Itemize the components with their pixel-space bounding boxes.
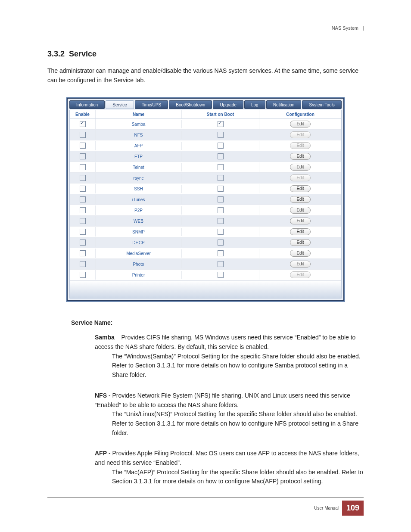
enable-checkbox[interactable] [80, 272, 86, 278]
tab-time-ups[interactable]: Time/UPS [135, 100, 168, 109]
start-on-boot-checkbox[interactable] [218, 250, 224, 256]
enable-checkbox[interactable] [80, 196, 86, 202]
service-desc-name: AFP [95, 450, 107, 457]
enable-checkbox[interactable] [80, 207, 86, 213]
header-product: NAS System [332, 26, 364, 31]
start-on-boot-checkbox[interactable] [218, 153, 224, 159]
service-name-link[interactable]: Telnet [133, 165, 144, 170]
enable-checkbox[interactable] [80, 240, 86, 246]
service-desc-body: The “Mac(AFP)” Protocol Setting for the … [95, 468, 364, 486]
edit-button: Edit [290, 174, 310, 181]
table-header: Enable Name Start on Boot Configuration [70, 110, 341, 119]
service-name-link[interactable]: NFS [134, 133, 143, 137]
enable-checkbox[interactable] [80, 121, 86, 127]
service-name-link[interactable]: MediaServer [126, 251, 151, 256]
edit-button[interactable]: Edit [290, 261, 310, 268]
edit-button: Edit [290, 131, 310, 138]
table-row: iTunesEdit [70, 194, 341, 205]
start-on-boot-checkbox[interactable] [218, 229, 224, 235]
start-on-boot-checkbox[interactable] [218, 164, 224, 170]
edit-button[interactable]: Edit [290, 153, 310, 160]
table-row: DHCPEdit [70, 237, 341, 248]
start-on-boot-checkbox[interactable] [218, 186, 224, 192]
edit-button[interactable]: Edit [290, 239, 310, 246]
footer-rule [47, 498, 364, 498]
service-name-link[interactable]: iTunes [132, 197, 145, 202]
edit-button[interactable]: Edit [290, 218, 310, 224]
edit-button[interactable]: Edit [290, 228, 310, 235]
service-name-link[interactable]: Photo [133, 262, 144, 267]
page-number: 109 [342, 501, 364, 516]
enable-checkbox[interactable] [80, 218, 86, 224]
enable-checkbox[interactable] [80, 261, 86, 267]
service-panel: InformationServiceTime/UPSBoot/ShutdownU… [66, 97, 345, 302]
col-start: Start on Boot [182, 110, 259, 118]
start-on-boot-checkbox[interactable] [218, 240, 224, 246]
col-enable: Enable [70, 110, 96, 118]
tab-upgrade[interactable]: Upgrade [213, 100, 243, 109]
section-title: Service [69, 50, 97, 58]
start-on-boot-checkbox[interactable] [218, 143, 224, 149]
service-name-link[interactable]: DHCP [132, 240, 144, 245]
service-desc-body: The “Unix/Linux(NFS)” Protocol Setting f… [95, 410, 364, 438]
service-name-label: Service Name: [71, 319, 364, 326]
start-on-boot-checkbox[interactable] [218, 196, 224, 202]
tab-boot-shutdown[interactable]: Boot/Shutdown [169, 100, 212, 109]
service-name-link[interactable]: P2P [134, 208, 143, 213]
edit-button[interactable]: Edit [290, 164, 310, 171]
table-row: PhotoEdit [70, 259, 341, 270]
table-row: SSHEdit [70, 184, 341, 194]
table-row: TelnetEdit [70, 162, 341, 173]
table-row: WEBEdit [70, 216, 341, 227]
tab-notification[interactable]: Notification [266, 100, 302, 109]
service-name-link[interactable]: AFP [134, 143, 143, 148]
enable-checkbox[interactable] [80, 143, 86, 149]
enable-checkbox[interactable] [80, 186, 86, 192]
start-on-boot-checkbox[interactable] [218, 121, 224, 127]
table-row: rsyncEdit [70, 173, 341, 184]
start-on-boot-checkbox[interactable] [218, 207, 224, 213]
service-name-link[interactable]: rsync [134, 176, 144, 180]
start-on-boot-checkbox[interactable] [218, 272, 224, 278]
edit-button[interactable]: Edit [290, 196, 310, 203]
service-name-link[interactable]: Printer [132, 273, 145, 277]
tab-log[interactable]: Log [244, 100, 265, 109]
section-number: 3.3.2 [47, 50, 65, 58]
page-footer: User Manual 109 [47, 501, 364, 516]
service-name-link[interactable]: Samba [132, 122, 146, 127]
enable-checkbox[interactable] [80, 153, 86, 159]
edit-button[interactable]: Edit [290, 185, 310, 192]
tab-system-tools[interactable]: System Tools [302, 100, 342, 109]
enable-checkbox[interactable] [80, 164, 86, 170]
table-row: FTPEdit [70, 151, 341, 162]
enable-checkbox[interactable] [80, 229, 86, 235]
tab-information[interactable]: Information [69, 100, 105, 109]
start-on-boot-checkbox[interactable] [218, 175, 224, 181]
start-on-boot-checkbox[interactable] [218, 218, 224, 224]
service-desc-name: Samba [95, 334, 115, 341]
service-description: Samba – Provides CIFS file sharing. MS W… [71, 333, 364, 380]
service-table: Enable Name Start on Boot Configuration … [69, 110, 342, 299]
table-row: AFPEdit [70, 140, 341, 151]
table-row: SNMPEdit [70, 227, 341, 237]
service-name-link[interactable]: FTP [134, 154, 143, 159]
table-row: SambaEdit [70, 119, 341, 130]
enable-checkbox[interactable] [80, 132, 86, 138]
service-description: NFS - Provides Network File System (NFS)… [71, 391, 364, 438]
edit-button[interactable]: Edit [290, 121, 310, 128]
edit-button: Edit [290, 142, 310, 149]
start-on-boot-checkbox[interactable] [218, 132, 224, 138]
service-name-link[interactable]: SNMP [132, 230, 145, 234]
footer-label: User Manual [314, 506, 339, 510]
tab-service[interactable]: Service [106, 100, 134, 109]
service-name-link[interactable]: WEB [134, 219, 143, 224]
service-name-link[interactable]: SSH [134, 187, 143, 191]
enable-checkbox[interactable] [80, 175, 86, 181]
start-on-boot-checkbox[interactable] [218, 261, 224, 267]
service-desc-body: The “Windows(Samba)” Protocol Setting fo… [95, 352, 364, 380]
service-desc-name: NFS [95, 392, 107, 399]
edit-button[interactable]: Edit [290, 250, 310, 257]
edit-button[interactable]: Edit [290, 207, 310, 214]
table-row: NFSEdit [70, 130, 341, 140]
enable-checkbox[interactable] [80, 250, 86, 256]
